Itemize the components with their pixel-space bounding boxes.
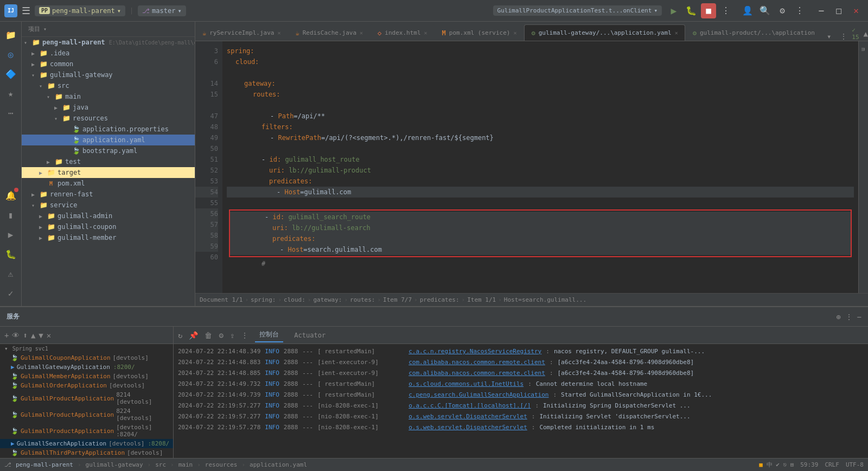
terminal-icon[interactable]: ▮ [2, 206, 20, 224]
code-content[interactable]: spring: cloud: gateway: routes: [222, 41, 858, 293]
tree-item-bootstrap-yaml[interactable]: 🍃 bootstrap.yaml [22, 145, 195, 156]
svc-add-btn[interactable]: + [4, 331, 9, 340]
todo-icon[interactable]: ✓ [2, 284, 20, 302]
tree-item-common[interactable]: ▶ 📁 common [22, 59, 195, 69]
bookmarks-icon[interactable]: ★ [2, 85, 20, 102]
debug-icon[interactable]: 🐛 [2, 245, 20, 263]
svc-view-btn[interactable]: 👁 [12, 331, 20, 340]
tree-item-coupon[interactable]: ▶ 📁 gulimall-coupon [22, 221, 195, 232]
panel-add-btn[interactable]: ⊕ [836, 313, 840, 321]
panel-minimize-btn[interactable]: − [857, 313, 861, 321]
log-pin-btn[interactable]: 📌 [189, 331, 198, 340]
status-position[interactable]: 59:39 [800, 461, 818, 468]
svc-up-btn[interactable]: ▲ [31, 331, 35, 340]
search-button[interactable]: 🔍 [757, 3, 773, 18]
service-item-product2[interactable]: 🍃 GulimallProductApplication 8224 [devto… [0, 406, 173, 423]
svc-down-btn[interactable]: ▼ [39, 331, 43, 340]
log-settings-btn[interactable]: ⚙ [219, 331, 223, 340]
tree-item-src[interactable]: ▾ 📁 src [22, 80, 195, 91]
tab-pomxml[interactable]: M pom.xml (service) ✕ [435, 24, 524, 41]
tree-item-app-yaml[interactable]: 🍃 application.yaml [22, 135, 195, 145]
log-clear-btn[interactable]: 🗑 [205, 331, 212, 340]
tab-rediscache[interactable]: ☕ RedisCache.java ✕ [288, 24, 370, 41]
breadcrumb-item77[interactable]: Item 7/7 [383, 296, 412, 303]
tree-item-service[interactable]: ▾ 📁 service [22, 200, 195, 211]
tab-product-yaml[interactable]: ⚙ gulimall-product/...\application [686, 24, 822, 41]
service-item-order[interactable]: 🍃 GulimallOrderApplication [devtools] [0, 381, 173, 390]
hamburger-menu[interactable]: ☰ [22, 5, 30, 16]
run-icon[interactable]: ▶ [2, 226, 20, 243]
breadcrumb-doc[interactable]: Document 1/1 [200, 296, 242, 303]
svc-deploy-btn[interactable]: ⬆ [23, 331, 27, 340]
status-encoding[interactable]: CRLF [825, 461, 839, 468]
project-view-icon[interactable]: 📁 [2, 26, 20, 43]
debug-button[interactable]: 🐛 [684, 3, 699, 18]
service-item-product1[interactable]: 🍃 GulimallProductApplication 8214 [devto… [0, 390, 173, 406]
log-refresh-btn[interactable]: ↻ [178, 331, 182, 340]
tab-ryserviceimpl[interactable]: ☕ ryServiceImpl.java ✕ [195, 24, 288, 41]
tree-item-idea[interactable]: ▶ 📁 .idea [22, 48, 195, 59]
tree-item-app-props[interactable]: 🍃 application.properties [22, 124, 195, 135]
tab-close-pomxml[interactable]: ✕ [513, 30, 516, 36]
service-item-member[interactable]: 🍃 GulimallMemberApplication [devtools] [0, 372, 173, 381]
log-tab-console[interactable]: 控制台 [255, 328, 283, 342]
tab-close-ryserviceimpl[interactable]: ✕ [277, 30, 280, 36]
close-button[interactable]: ✕ [848, 3, 864, 18]
tab-close-gw-yaml[interactable]: ✕ [675, 30, 678, 36]
breadcrumb-item11[interactable]: Item 1/1 [467, 296, 496, 303]
tree-item-root[interactable]: ▾ 📁 peng-mall-parent E:\Data\gitCode\pen… [22, 37, 195, 48]
branch-selector[interactable]: ⎇ master ▾ [138, 5, 186, 16]
breadcrumb-gateway[interactable]: gateway: [313, 296, 342, 303]
file-tree-chevron[interactable]: ▾ [43, 26, 47, 32]
tab-gw-yaml[interactable]: ⚙ gulimall-gateway/...\application.yaml … [524, 24, 685, 41]
structure-icon[interactable]: 🔷 [2, 65, 20, 82]
breadcrumb-host[interactable]: Host=search.gulimall... [504, 296, 586, 303]
status-path-5[interactable]: application.yaml [250, 461, 307, 468]
service-item-product3[interactable]: 🍃 GulimallProductApplication [devtools] … [0, 423, 173, 439]
problems-icon[interactable]: ⚠ [2, 265, 20, 282]
profile-button[interactable]: 👤 [740, 3, 755, 18]
vcs-icon[interactable]: ◎ [2, 46, 20, 63]
stop-button[interactable]: ■ [701, 3, 716, 18]
panel-more-btn[interactable]: ⋮ [845, 313, 853, 321]
log-more-btn[interactable]: ⋮ [241, 331, 248, 340]
tree-item-renren[interactable]: ▶ 📁 renren-fast [22, 189, 195, 200]
tree-item-main[interactable]: ▾ 📁 main [22, 91, 195, 102]
service-group-spring[interactable]: ▾ Spring svc1 [0, 344, 173, 353]
service-item-coupon[interactable]: 🍃 GulimallCouponApplication [devtools] [0, 353, 173, 362]
status-path-1[interactable]: gulimall-gateway [86, 461, 143, 468]
tab-close-rediscache[interactable]: ✕ [360, 30, 363, 36]
expand-up-icon[interactable]: ▲ [864, 29, 868, 38]
tab-close-indexhtml[interactable]: ✕ [424, 30, 427, 36]
tab-indexhtml[interactable]: ◇ index.html ✕ [371, 24, 435, 41]
breadcrumb-routes[interactable]: routes: [350, 296, 375, 303]
breadcrumb-predicates[interactable]: predicates: [420, 296, 459, 303]
more-tools-icon[interactable]: ⋯ [2, 104, 20, 122]
more-run-options[interactable]: ⋮ [718, 3, 733, 18]
service-item-search[interactable]: ▶ GulimallSearchApplication [devtools] :… [0, 439, 173, 448]
tree-item-admin[interactable]: ▶ 📁 gulimall-admin [22, 211, 195, 221]
tab-extra-options[interactable]: ⋮ [835, 32, 852, 41]
tree-item-member[interactable]: ▶ 📁 gulimall-member [22, 232, 195, 243]
status-project[interactable]: peng-mall-parent [16, 461, 73, 468]
breadcrumb-cloud[interactable]: cloud: [284, 296, 305, 303]
log-share-btn[interactable]: ⇪ [230, 331, 234, 340]
tree-item-gateway[interactable]: ▾ 📁 gulimall-gateway [22, 69, 195, 80]
tree-item-resources[interactable]: ▾ 📁 resources [22, 113, 195, 124]
more-button[interactable]: ⋮ [792, 3, 807, 18]
service-item-gateway[interactable]: ▶ GulimallGatewayApplication :8200/ [0, 362, 173, 372]
tab-more-btn[interactable]: ▾ [822, 32, 835, 41]
status-charset[interactable]: UTF-8 [846, 461, 864, 468]
status-path-2[interactable]: src [155, 461, 166, 468]
status-path-3[interactable]: main [178, 461, 193, 468]
minimize-button[interactable]: − [814, 3, 829, 18]
settings-button[interactable]: ⚙ [775, 3, 790, 18]
log-tab-actuator[interactable]: Actuator [290, 329, 330, 341]
tree-item-pom-gw[interactable]: M pom.xml [22, 178, 195, 189]
svc-delete-btn[interactable]: ✕ [47, 331, 51, 340]
notifications-icon[interactable]: 🔔 [2, 187, 20, 204]
project-selector[interactable]: PP peng-mall-parent ▾ [35, 5, 125, 16]
run-button[interactable]: ▶ [666, 3, 681, 18]
breadcrumb-spring[interactable]: spring: [251, 296, 276, 303]
tree-item-target[interactable]: ▶ 📁 target [22, 167, 195, 178]
